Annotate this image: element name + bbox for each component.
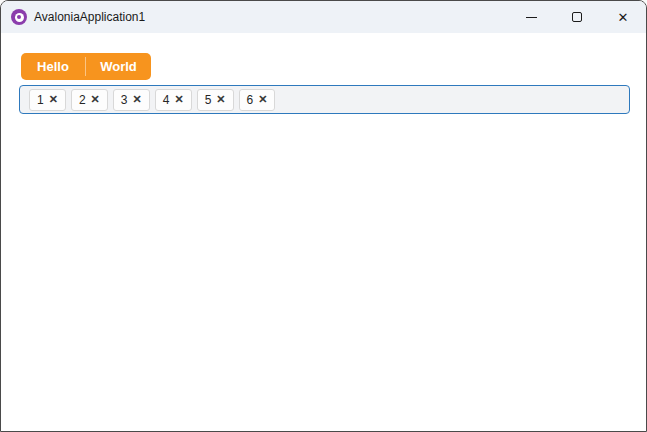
chip-remove-button[interactable]: ✕ — [49, 94, 58, 105]
chip-label: 2 — [79, 93, 86, 107]
avalonia-logo-icon — [11, 9, 27, 25]
hello-button[interactable]: Hello — [21, 53, 85, 80]
remove-icon: ✕ — [49, 93, 58, 105]
titlebar[interactable]: AvaloniaApplication1 ✕ — [1, 1, 646, 33]
chip-remove-button[interactable]: ✕ — [258, 94, 267, 105]
chip-6[interactable]: 6 ✕ — [239, 89, 276, 111]
remove-icon: ✕ — [174, 93, 183, 105]
window-controls: ✕ — [508, 1, 646, 33]
chip-3[interactable]: 3 ✕ — [113, 89, 150, 111]
remove-icon: ✕ — [91, 93, 100, 105]
chip-label: 1 — [37, 93, 44, 107]
avalonia-logo-ring — [15, 13, 24, 22]
world-button[interactable]: World — [86, 53, 151, 80]
chip-1[interactable]: 1 ✕ — [29, 89, 66, 111]
remove-icon: ✕ — [258, 93, 267, 105]
chip-4[interactable]: 4 ✕ — [155, 89, 192, 111]
chip-5[interactable]: 5 ✕ — [197, 89, 234, 111]
close-icon: ✕ — [618, 11, 629, 24]
chip-remove-button[interactable]: ✕ — [133, 94, 142, 105]
chip-remove-button[interactable]: ✕ — [216, 94, 225, 105]
maximize-icon — [572, 12, 582, 22]
chip-label: 3 — [121, 93, 128, 107]
chip-label: 6 — [247, 93, 254, 107]
minimize-button[interactable] — [508, 1, 554, 33]
maximize-button[interactable] — [554, 1, 600, 33]
chip-label: 5 — [205, 93, 212, 107]
remove-icon: ✕ — [216, 93, 225, 105]
app-window: AvaloniaApplication1 ✕ Hello World 1 ✕ — [0, 0, 647, 432]
chip-2[interactable]: 2 ✕ — [71, 89, 108, 111]
hello-world-button-group: Hello World — [21, 53, 151, 80]
tags-input-field[interactable]: 1 ✕ 2 ✕ 3 ✕ 4 ✕ 5 ✕ 6 ✕ — [19, 85, 630, 114]
minimize-icon — [526, 17, 537, 18]
content-area: Hello World 1 ✕ 2 ✕ 3 ✕ 4 ✕ 5 — [1, 33, 646, 432]
avalonia-logo-dot — [17, 15, 21, 19]
close-button[interactable]: ✕ — [600, 1, 646, 33]
chip-label: 4 — [163, 93, 170, 107]
window-title: AvaloniaApplication1 — [34, 1, 145, 33]
remove-icon: ✕ — [133, 93, 142, 105]
chip-remove-button[interactable]: ✕ — [174, 94, 183, 105]
chip-remove-button[interactable]: ✕ — [91, 94, 100, 105]
